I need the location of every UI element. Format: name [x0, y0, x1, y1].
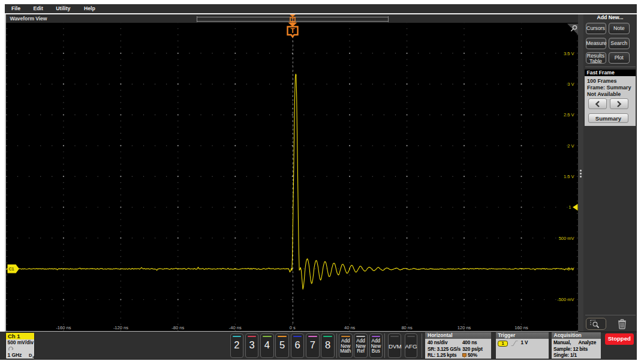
svg-text:-40 ns: -40 ns [228, 324, 241, 330]
svg-text:1: 1 [568, 204, 571, 210]
svg-text:80 ns: 80 ns [401, 324, 413, 330]
svg-text:T: T [291, 17, 294, 22]
svg-text:500 mV: 500 mV [558, 235, 574, 240]
svg-text:-500 mV: -500 mV [557, 297, 574, 302]
svg-text:2.5 V: 2.5 V [563, 112, 574, 118]
svg-text:40 ns: 40 ns [344, 324, 356, 330]
svg-text:2 V: 2 V [567, 143, 574, 148]
svg-text:T: T [290, 27, 294, 34]
svg-text:0 s: 0 s [289, 324, 295, 330]
svg-text:1.5 V: 1.5 V [563, 174, 574, 179]
svg-text:3.5 V: 3.5 V [563, 50, 574, 56]
svg-text:-120 ns: -120 ns [113, 324, 128, 330]
svg-text:3 V: 3 V [567, 82, 574, 87]
svg-text:D: D [29, 353, 32, 358]
svg-text:160 ns: 160 ns [514, 324, 528, 330]
svg-text:-160 ns: -160 ns [56, 324, 71, 330]
svg-text:120 ns: 120 ns [457, 324, 471, 330]
svg-text:C1: C1 [8, 267, 14, 271]
svg-text:-80 ns: -80 ns [171, 324, 184, 330]
